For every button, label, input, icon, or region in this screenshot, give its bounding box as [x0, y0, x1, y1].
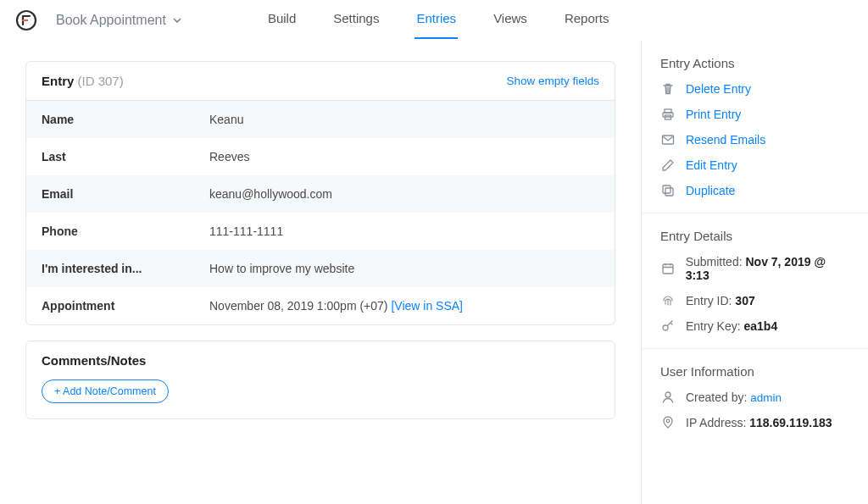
- detail-submitted: Submitted: Nov 7, 2019 @ 3:13: [660, 255, 849, 282]
- detail-text: Entry ID: 307: [686, 294, 755, 307]
- detail-value: 118.69.119.183: [749, 416, 832, 429]
- delete-entry-action[interactable]: Delete Entry: [660, 82, 849, 96]
- tab-reports[interactable]: Reports: [563, 1, 611, 39]
- form-selector-label: Book Appointment: [56, 13, 166, 28]
- user-icon: [660, 390, 676, 404]
- entry-actions-list: Delete Entry Print Entry Resend Emails: [660, 82, 849, 197]
- detail-text: Created by: admin: [686, 390, 782, 404]
- add-note-button[interactable]: + Add Note/Comment: [42, 379, 169, 403]
- action-label: Resend Emails: [686, 133, 765, 147]
- comments-card: Comments/Notes + Add Note/Comment: [25, 341, 615, 419]
- location-icon: [660, 416, 676, 429]
- tab-settings[interactable]: Settings: [331, 1, 381, 39]
- tab-entries[interactable]: Entries: [415, 1, 458, 39]
- tab-build[interactable]: Build: [266, 1, 298, 39]
- detail-entry-id: Entry ID: 307: [660, 294, 849, 307]
- created-by-link[interactable]: admin: [750, 391, 782, 404]
- print-icon: [660, 108, 676, 121]
- detail-entry-key: Entry Key: ea1b4: [660, 319, 849, 333]
- detail-label: IP Address:: [686, 416, 749, 429]
- detail-label: Submitted:: [686, 255, 746, 269]
- field-row: I'm interested in... How to improve my w…: [26, 250, 615, 287]
- tab-views[interactable]: Views: [492, 1, 529, 39]
- entry-details-section: Entry Details Submitted: Nov 7, 2019 @ 3…: [642, 213, 868, 349]
- sidebar-panel: Entry Actions Delete Entry Print Entry: [641, 41, 868, 504]
- detail-label: Entry ID:: [686, 294, 735, 307]
- field-row: Appointment November 08, 2019 1:00pm (+0…: [26, 287, 615, 324]
- print-entry-action[interactable]: Print Entry: [660, 108, 849, 121]
- svg-rect-7: [663, 264, 673, 274]
- action-label: Delete Entry: [686, 82, 751, 96]
- entry-card: Entry (ID 307) Show empty fields Name Ke…: [25, 61, 615, 325]
- field-label: I'm interested in...: [42, 262, 209, 275]
- svg-rect-5: [663, 186, 670, 193]
- action-label: Duplicate: [686, 184, 735, 197]
- action-label: Edit Entry: [686, 158, 737, 172]
- entry-title-prefix: Entry: [42, 74, 74, 88]
- comments-title: Comments/Notes: [42, 353, 146, 368]
- duplicate-action[interactable]: Duplicate: [660, 184, 849, 197]
- entry-actions-section: Entry Actions Delete Entry Print Entry: [642, 41, 868, 213]
- field-value: 111-111-1111: [209, 224, 599, 238]
- content: Entry (ID 307) Show empty fields Name Ke…: [0, 41, 868, 504]
- detail-text: IP Address: 118.69.119.183: [686, 416, 832, 429]
- appointment-text: November 08, 2019 1:00pm (+07): [209, 299, 388, 313]
- entry-actions-title: Entry Actions: [660, 56, 849, 70]
- field-row: Email keanu@hollywood.com: [26, 175, 615, 213]
- pencil-icon: [660, 158, 676, 172]
- duplicate-icon: [660, 184, 676, 197]
- svg-point-10: [666, 419, 670, 423]
- entry-details-list: Submitted: Nov 7, 2019 @ 3:13 Entry ID: …: [660, 255, 849, 333]
- field-value: How to improve my website: [209, 262, 599, 275]
- field-value: Reeves: [209, 150, 599, 163]
- svg-rect-6: [665, 188, 673, 196]
- entry-fields: Name Keanu Last Reeves Email keanu@holly…: [26, 100, 615, 324]
- key-icon: [660, 319, 676, 333]
- nav-tabs: Build Settings Entries Views Reports: [266, 1, 611, 39]
- field-row: Phone 111-111-1111: [26, 213, 615, 250]
- detail-label: Created by:: [686, 390, 750, 404]
- field-label: Last: [42, 150, 209, 163]
- field-value: November 08, 2019 1:00pm (+07) [View in …: [209, 299, 599, 313]
- fingerprint-icon: [660, 294, 676, 307]
- resend-emails-action[interactable]: Resend Emails: [660, 133, 849, 147]
- user-ip-address: IP Address: 118.69.119.183: [660, 416, 849, 429]
- show-empty-fields-link[interactable]: Show empty fields: [506, 75, 599, 87]
- detail-text: Submitted: Nov 7, 2019 @ 3:13: [686, 255, 849, 282]
- topbar: Book Appointment Build Settings Entries …: [0, 0, 868, 41]
- entry-title-suffix: (ID 307): [78, 74, 124, 88]
- mail-icon: [660, 133, 676, 147]
- svg-point-9: [665, 392, 670, 397]
- user-info-section: User Information Created by: admin IP A: [642, 349, 868, 445]
- field-value: Keanu: [209, 113, 599, 126]
- caret-down-icon: [173, 18, 181, 23]
- field-label: Email: [42, 187, 209, 201]
- user-info-list: Created by: admin IP Address: 118.69.119…: [660, 390, 849, 429]
- field-label: Phone: [42, 224, 209, 238]
- action-label: Print Entry: [686, 108, 741, 121]
- logo-icon: [15, 9, 37, 31]
- user-info-title: User Information: [660, 364, 849, 379]
- field-label: Appointment: [42, 299, 209, 313]
- calendar-icon: [660, 262, 676, 275]
- detail-label: Entry Key:: [686, 319, 743, 333]
- field-row: Name Keanu: [26, 101, 615, 138]
- field-row: Last Reeves: [26, 138, 615, 175]
- detail-value: ea1b4: [743, 319, 777, 333]
- trash-icon: [660, 82, 676, 96]
- user-created-by: Created by: admin: [660, 390, 849, 404]
- view-in-ssa-link[interactable]: [View in SSA]: [391, 299, 463, 313]
- entry-card-header: Entry (ID 307) Show empty fields: [26, 62, 615, 100]
- field-label: Name: [42, 113, 209, 126]
- app-logo: [15, 9, 37, 31]
- comments-header: Comments/Notes: [26, 341, 615, 379]
- entry-card-title: Entry (ID 307): [42, 74, 124, 88]
- form-selector[interactable]: Book Appointment: [56, 13, 181, 28]
- entry-details-title: Entry Details: [660, 229, 849, 243]
- edit-entry-action[interactable]: Edit Entry: [660, 158, 849, 172]
- main-panel: Entry (ID 307) Show empty fields Name Ke…: [0, 41, 641, 504]
- detail-text: Entry Key: ea1b4: [686, 319, 777, 333]
- detail-value: 307: [735, 294, 754, 307]
- comments-body: + Add Note/Comment: [26, 379, 615, 418]
- field-value: keanu@hollywood.com: [209, 187, 599, 201]
